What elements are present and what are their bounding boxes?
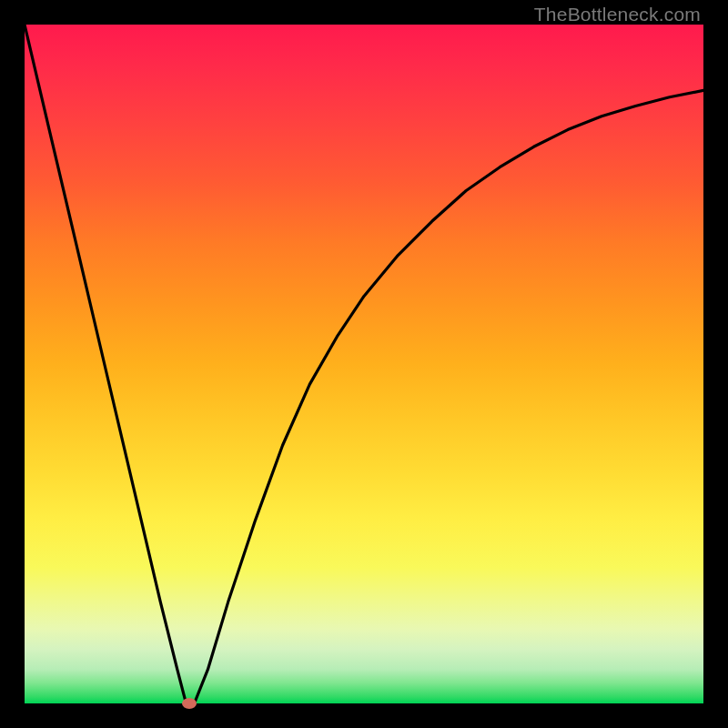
chart-plot-area [25,25,703,703]
watermark-text: TheBottleneck.com [534,4,701,25]
bottleneck-point-marker [182,698,197,709]
bottleneck-curve [25,25,703,703]
chart-frame: TheBottleneck.com [0,0,728,728]
